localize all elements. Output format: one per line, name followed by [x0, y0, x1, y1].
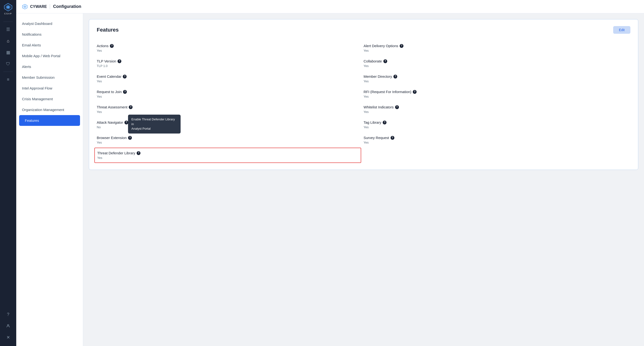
nav-item-org-management[interactable]: Organization Management	[16, 104, 83, 115]
feature-event-calendar: Event Calendar ? Yes	[97, 71, 364, 86]
feature-tlp-value: TLP 1.0	[97, 64, 364, 68]
feature-tlp-version: TLP Version ? TLP 1.0	[97, 56, 364, 71]
feature-threat-assessment: Threat Assessment ? Yes	[97, 102, 364, 117]
event-calendar-help-icon[interactable]: ?	[123, 75, 126, 78]
feature-tag-library: Tag Library ? Yes	[364, 117, 630, 132]
nav-item-notifications[interactable]: Notifications	[16, 29, 83, 40]
feature-tdl-value: Yes	[97, 156, 358, 159]
feature-rtj-name: Request to Join ?	[97, 90, 364, 94]
feature-md-name: Member Directory ?	[364, 74, 630, 78]
feature-sr-name: Survey Request ?	[364, 136, 630, 140]
topbar: CYWARE Configuration	[16, 0, 644, 14]
menu-icon[interactable]: ☰	[3, 25, 13, 34]
svg-point-4	[9, 327, 10, 327]
help-icon[interactable]: ?	[3, 310, 13, 319]
list-icon[interactable]: ≡	[3, 75, 13, 84]
sidebar-divider-1	[3, 22, 13, 22]
features-title: Features	[97, 27, 119, 33]
app-logo: CSAP	[4, 3, 12, 15]
feature-collab-value: Yes	[364, 64, 630, 68]
feature-ado-name: Alert Delivery Options ?	[364, 44, 630, 48]
main-area: CYWARE Configuration Analyst Dashboard N…	[16, 0, 644, 346]
sidebar-divider-2	[3, 72, 13, 72]
cyware-topbar-icon	[22, 4, 28, 10]
brand-name: CYWARE	[30, 5, 47, 9]
feature-ta-value: Yes	[97, 110, 364, 114]
feature-alert-delivery: Alert Delivery Options ? Yes	[364, 41, 630, 56]
sr-help-icon[interactable]: ?	[390, 136, 394, 140]
feature-be-value: Yes	[97, 141, 364, 144]
tdl-help-icon[interactable]: ?	[137, 151, 140, 155]
tlp-help-icon[interactable]: ?	[118, 59, 121, 63]
chart-icon[interactable]: ▦	[3, 48, 13, 57]
nav-item-crisis-management[interactable]: Crisis Management	[16, 94, 83, 104]
feature-collaborate: Collaborate ? Yes	[364, 56, 630, 71]
ta-help-icon[interactable]: ?	[129, 105, 132, 109]
feature-be-name: Browser Extension ? Enable Threat Defend…	[97, 136, 364, 140]
feature-ado-value: Yes	[364, 49, 630, 52]
feature-rfi-value: Yes	[364, 95, 630, 98]
md-help-icon[interactable]: ?	[394, 75, 397, 78]
app-name: CSAP	[4, 13, 12, 15]
collab-help-icon[interactable]: ?	[384, 59, 387, 63]
left-navigation: Analyst Dashboard Notifications Email Al…	[16, 14, 83, 346]
feature-browser-extension: Browser Extension ? Enable Threat Defend…	[97, 132, 364, 148]
feature-tl-name: Tag Library ?	[364, 120, 630, 124]
sidebar: CSAP ☰ ⌂ ▦ 🛡 ≡ ? ✕	[0, 0, 16, 346]
content-area: Analyst Dashboard Notifications Email Al…	[16, 14, 644, 346]
nav-item-analyst-dashboard[interactable]: Analyst Dashboard	[16, 18, 83, 29]
feature-md-value: Yes	[364, 79, 630, 83]
feature-collab-name: Collaborate ?	[364, 59, 630, 63]
be-help-icon[interactable]: ?	[128, 136, 132, 140]
be-tooltip-wrapper: ? Enable Threat Defender Library inAnaly…	[128, 136, 132, 140]
feature-rfi-name: RFI (Request For Information) ?	[364, 90, 630, 94]
features-header: Features Edit	[97, 26, 630, 34]
nav-item-email-alerts[interactable]: Email Alerts	[16, 40, 83, 51]
nav-item-member-submission[interactable]: Member Submission	[16, 72, 83, 83]
feature-rtj-value: Yes	[97, 95, 364, 98]
feature-whitelist-indicators: Whitelist Indicators ? Yes	[364, 102, 630, 117]
home-icon[interactable]: ⌂	[3, 36, 13, 46]
close-icon[interactable]: ✕	[3, 332, 13, 342]
tl-help-icon[interactable]: ?	[383, 121, 386, 124]
feature-actions-value: Yes	[97, 49, 364, 52]
cyware-logo-icon	[4, 3, 12, 12]
feature-request-to-join: Request to Join ? Yes	[97, 86, 364, 102]
feature-survey-request: Survey Request ? Yes	[364, 132, 630, 148]
feature-actions: Actions ? Yes	[97, 41, 364, 56]
edit-button[interactable]: Edit	[613, 26, 630, 34]
ado-help-icon[interactable]: ?	[400, 44, 404, 48]
rfi-help-icon[interactable]: ?	[413, 90, 416, 94]
feature-actions-name: Actions ?	[97, 44, 364, 48]
rtj-help-icon[interactable]: ?	[123, 90, 127, 94]
shield-icon[interactable]: 🛡	[3, 59, 13, 69]
features-card: Features Edit Actions ? Yes	[89, 19, 638, 170]
feature-attack-navigator: Attack Navigator ? No	[97, 117, 364, 132]
nav-item-intel-approval[interactable]: Intel Approval Flow	[16, 83, 83, 94]
feature-an-name: Attack Navigator ?	[97, 120, 364, 124]
feature-event-calendar-value: Yes	[97, 79, 364, 83]
nav-item-alerts[interactable]: Alerts	[16, 61, 83, 72]
wi-help-icon[interactable]: ?	[395, 105, 399, 109]
feature-rfi: RFI (Request For Information) ? Yes	[364, 86, 630, 102]
an-help-icon[interactable]: ?	[124, 121, 128, 124]
feature-tlp-name: TLP Version ?	[97, 59, 364, 63]
feature-sr-value: Yes	[364, 141, 630, 144]
page-title: Configuration	[50, 4, 81, 9]
feature-tdl-name: Threat Defender Library ?	[97, 151, 358, 155]
user-settings-icon[interactable]	[3, 321, 13, 331]
features-right-column: Alert Delivery Options ? Yes Collaborate…	[364, 41, 630, 163]
feature-ta-name: Threat Assessment ?	[97, 105, 364, 109]
svg-point-3	[8, 324, 9, 326]
feature-tl-value: Yes	[364, 125, 630, 129]
nav-item-features[interactable]: Features	[19, 115, 80, 126]
features-left-column: Actions ? Yes TLP Version ? TLP 1.0	[97, 41, 364, 163]
actions-help-icon[interactable]: ?	[110, 44, 114, 48]
nav-item-mobile-app[interactable]: Mobile App / Web Portal	[16, 51, 83, 61]
svg-marker-6	[24, 5, 26, 8]
feature-wi-name: Whitelist Indicators ?	[364, 105, 630, 109]
feature-wi-value: Yes	[364, 110, 630, 114]
right-panel: Features Edit Actions ? Yes	[83, 14, 644, 346]
feature-event-calendar-name: Event Calendar ?	[97, 74, 364, 78]
features-grid: Actions ? Yes TLP Version ? TLP 1.0	[97, 41, 630, 163]
